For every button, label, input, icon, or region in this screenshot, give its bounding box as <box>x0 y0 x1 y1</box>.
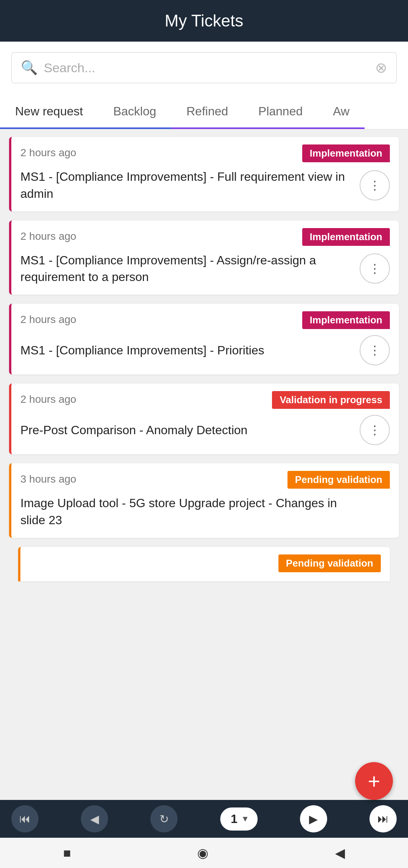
search-bar[interactable]: 🔍 ⊗ <box>11 52 397 83</box>
card-header: 2 hours ago Validation in progress <box>11 384 399 409</box>
card-menu-button[interactable]: ⋮ <box>360 253 390 284</box>
card-header: Pending validation <box>20 547 390 581</box>
ticket-card-partial: Pending validation <box>18 547 390 581</box>
last-page-button[interactable]: ⏭ <box>369 805 397 832</box>
card-time: 2 hours ago <box>20 311 76 326</box>
card-title: MS1 - [Compliance Improvements] - Priori… <box>20 342 352 359</box>
tab-backlog[interactable]: Backlog <box>98 94 172 129</box>
card-header: 3 hours ago Pending validation <box>11 463 399 489</box>
current-page: 1 <box>231 812 238 826</box>
home-system-button[interactable]: ◉ <box>197 845 209 860</box>
search-container: 🔍 ⊗ <box>0 42 408 94</box>
header: My Tickets <box>0 0 408 42</box>
card-title: MS1 - [Compliance Improvements] - Assign… <box>20 252 352 286</box>
card-body: MS1 - [Compliance Improvements] - Assign… <box>11 246 399 295</box>
stop-button[interactable]: ■ <box>63 846 71 860</box>
card-menu-button[interactable]: ⋮ <box>360 415 390 445</box>
card-badge: Implementation <box>302 228 390 246</box>
ticket-card: 2 hours ago Implementation MS1 - [Compli… <box>9 137 399 211</box>
card-badge: Implementation <box>302 144 390 162</box>
search-icon: 🔍 <box>21 60 38 76</box>
page-title: My Tickets <box>24 11 384 30</box>
tab-new-request[interactable]: New request <box>0 94 98 129</box>
card-time: 2 hours ago <box>20 228 76 242</box>
prev-page-button[interactable]: ◀ <box>81 805 108 832</box>
tab-awaiting[interactable]: Aw <box>318 94 365 129</box>
pagination-bar: ⏮ ◀ ↻ 1 ▾ ▶ ⏭ <box>0 800 408 838</box>
card-title: MS1 - [Compliance Improvements] - Full r… <box>20 168 352 202</box>
card-menu-button[interactable]: ⋮ <box>360 335 390 365</box>
first-page-button[interactable]: ⏮ <box>11 805 39 832</box>
tab-refined[interactable]: Refined <box>171 94 243 129</box>
ticket-card: 2 hours ago Implementation MS1 - [Compli… <box>9 220 399 295</box>
ticket-card: 3 hours ago Pending validation Image Upl… <box>9 463 399 538</box>
cards-list: 2 hours ago Implementation MS1 - [Compli… <box>0 129 408 589</box>
card-header: 2 hours ago Implementation <box>11 304 399 329</box>
card-badge: Validation in progress <box>272 391 390 409</box>
card-header: 2 hours ago Implementation <box>11 137 399 162</box>
card-menu-button[interactable]: ⋮ <box>360 170 390 200</box>
next-page-button[interactable]: ▶ <box>300 805 327 832</box>
card-body: Image Upload tool - 5G store Upgrade pro… <box>11 489 399 538</box>
card-time: 2 hours ago <box>20 391 76 405</box>
back-button[interactable]: ◀ <box>335 845 345 860</box>
page-selector[interactable]: 1 ▾ <box>220 807 258 831</box>
tab-planned[interactable]: Planned <box>243 94 318 129</box>
card-body: MS1 - [Compliance Improvements] - Full r… <box>11 162 399 211</box>
add-button[interactable]: + <box>355 762 393 800</box>
refresh-button[interactable]: ↻ <box>150 805 178 832</box>
card-header: 2 hours ago Implementation <box>11 220 399 246</box>
card-badge: Pending validation <box>287 471 390 489</box>
card-time: 3 hours ago <box>20 471 76 485</box>
ticket-card: 2 hours ago Implementation MS1 - [Compli… <box>9 304 399 374</box>
card-badge: Implementation <box>302 311 390 329</box>
card-title: Image Upload tool - 5G store Upgrade pro… <box>20 495 360 529</box>
ticket-card: 2 hours ago Validation in progress Pre-P… <box>9 384 399 454</box>
card-body: MS1 - [Compliance Improvements] - Priori… <box>11 329 399 374</box>
card-badge: Pending validation <box>278 554 381 572</box>
chevron-down-icon: ▾ <box>243 814 247 824</box>
search-input[interactable] <box>44 61 375 75</box>
system-nav: ■ ◉ ◀ <box>0 838 408 868</box>
card-title: Pre-Post Comparison - Anomaly Detection <box>20 422 352 439</box>
tabs-nav: New request Backlog Refined Planned Aw <box>0 94 408 129</box>
card-time: 2 hours ago <box>20 144 76 159</box>
card-body: Pre-Post Comparison - Anomaly Detection … <box>11 409 399 454</box>
clear-icon[interactable]: ⊗ <box>375 59 387 76</box>
